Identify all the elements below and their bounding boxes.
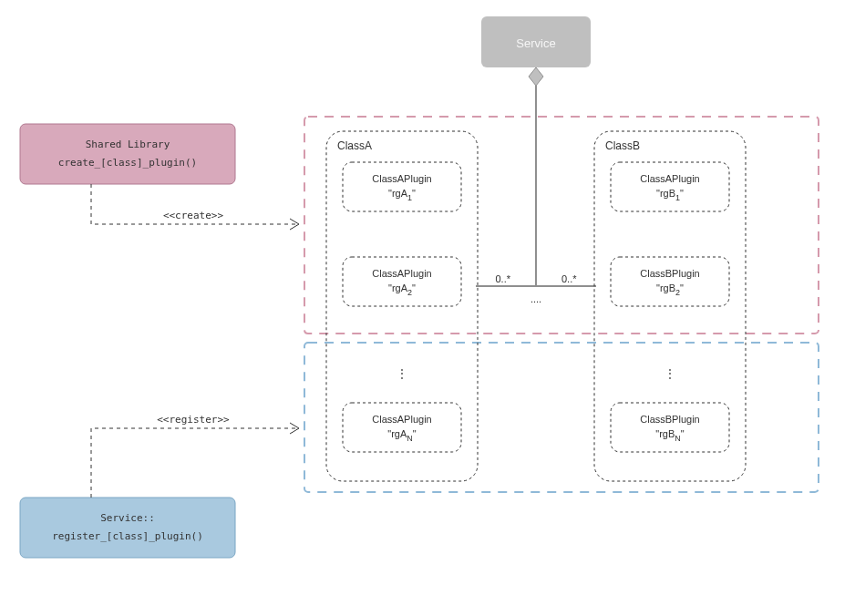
svg-text:"rgA1": "rgA1" [388, 188, 416, 202]
registrar-title: Service:: [100, 512, 155, 524]
svg-text:"rgBN": "rgBN" [655, 428, 685, 443]
classb-plugin-1: ClassAPlugin "rgB1" [611, 162, 729, 211]
classa-plugin-1: ClassAPlugin "rgA1" [343, 162, 461, 211]
ellipsis: .... [531, 293, 541, 304]
register-label: <<register>> [157, 414, 230, 426]
classb-title: ClassB [605, 139, 640, 152]
register-arrow: <<register>> [91, 414, 299, 498]
create-scope-region [304, 117, 819, 334]
registrar-fn: register_[class]_plugin() [52, 530, 203, 542]
svg-rect-21 [611, 403, 729, 452]
svg-text:ClassBPlugin: ClassBPlugin [640, 414, 699, 425]
svg-text:"rgB1": "rgB1" [656, 188, 684, 202]
svg-text:"rgB2": "rgB2" [656, 282, 684, 297]
classa-vdots: ⋮ [397, 367, 407, 380]
svg-rect-24 [20, 124, 235, 184]
svg-text:ClassBPlugin: ClassBPlugin [640, 268, 699, 279]
multiplicity-left: 0..* [495, 273, 510, 284]
svg-rect-8 [343, 257, 461, 306]
classb-container: ClassB ClassAPlugin "rgB1" ClassBPlugin … [594, 131, 746, 481]
svg-text:ClassAPlugin: ClassAPlugin [372, 173, 431, 184]
shared-library-node: Shared Library create_[class]_plugin() [20, 124, 235, 184]
shared-library-title: Shared Library [86, 139, 170, 150]
service-node: Service [481, 16, 591, 67]
svg-text:ClassAPlugin: ClassAPlugin [372, 414, 431, 425]
classa-plugin-2: ClassAPlugin "rgA2" [343, 257, 461, 306]
svg-text:"rgAN": "rgAN" [387, 428, 417, 443]
service-label: Service [516, 36, 555, 50]
create-label: <<create>> [163, 210, 224, 221]
classa-title: ClassA [337, 139, 372, 152]
multiplicity-right: 0..* [561, 273, 577, 284]
shared-library-fn: create_[class]_plugin() [58, 157, 197, 169]
classb-plugin-2: ClassBPlugin "rgB2" [611, 257, 729, 306]
diagram-canvas: Service 0..* 0..* .... ClassA ClassAPlug… [0, 0, 855, 616]
svg-rect-18 [611, 257, 729, 306]
svg-text:"rgA2": "rgA2" [388, 282, 416, 297]
svg-marker-1 [529, 67, 543, 86]
registrar-node: Service:: register_[class]_plugin() [20, 498, 235, 558]
svg-text:ClassAPlugin: ClassAPlugin [640, 173, 699, 184]
create-arrow: <<create>> [91, 184, 299, 230]
svg-rect-15 [611, 162, 729, 211]
classa-container: ClassA ClassAPlugin "rgA1" ClassAPlugin … [326, 131, 478, 481]
svg-text:ClassAPlugin: ClassAPlugin [372, 268, 431, 279]
classb-plugin-n: ClassBPlugin "rgBN" [611, 403, 729, 452]
aggregation-connector: 0..* 0..* .... [476, 67, 596, 304]
classa-plugin-n: ClassAPlugin "rgAN" [343, 403, 461, 452]
svg-rect-25 [20, 498, 235, 558]
classb-vdots: ⋮ [664, 367, 675, 380]
svg-rect-11 [343, 403, 461, 452]
svg-rect-5 [343, 162, 461, 211]
